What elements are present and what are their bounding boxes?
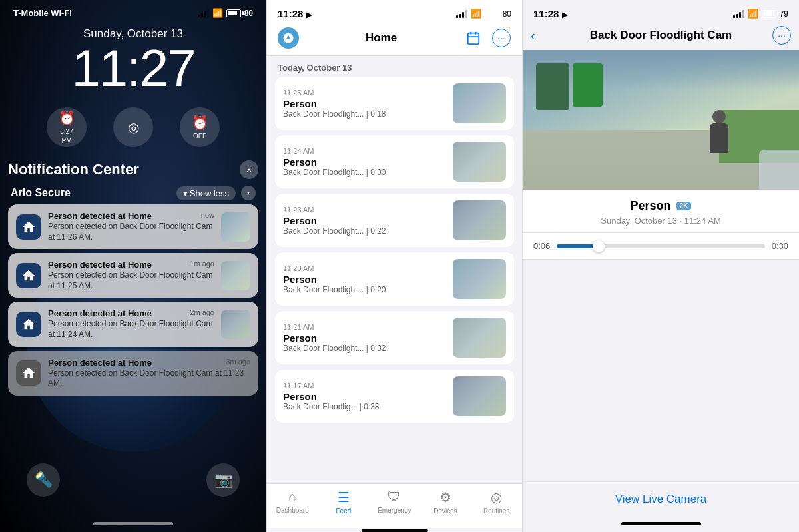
cam-time: 11:28 ▶ bbox=[533, 8, 567, 19]
arlo-app-icon-4 bbox=[16, 360, 41, 386]
view-live-camera-button[interactable]: View Live Camera bbox=[523, 481, 799, 517]
emergency-icon: 🛡 bbox=[388, 489, 401, 505]
feed-item-time-0: 11:25 AM bbox=[283, 89, 446, 97]
cam-more-button[interactable]: ··· bbox=[772, 26, 791, 45]
feed-item-thumb-1 bbox=[453, 142, 506, 182]
nav-devices[interactable]: ⚙ Devices bbox=[420, 489, 471, 515]
arlo-icon bbox=[282, 32, 294, 44]
feed-item-cam-2: Back Door Floodlight... | 0:22 bbox=[283, 226, 446, 236]
feed-status-right: 📶 80 bbox=[456, 9, 511, 19]
back-button[interactable]: ‹ bbox=[531, 28, 549, 43]
home-indicator[interactable] bbox=[93, 522, 173, 525]
feed-item-3[interactable]: 11:23 AM Person Back Door Floodlight... … bbox=[275, 252, 514, 306]
more-options-button[interactable]: ··· bbox=[491, 28, 511, 48]
nav-routines[interactable]: ◎ Routines bbox=[471, 489, 522, 515]
close-icon: × bbox=[246, 164, 252, 175]
alarm-off-button[interactable]: ⏰ OFF bbox=[180, 107, 220, 147]
bin-object-2 bbox=[573, 63, 603, 107]
feed-item-thumb-3 bbox=[453, 259, 506, 299]
lock-status-bar: T-Mobile Wi-Fi 📶 80 bbox=[0, 0, 266, 21]
feed-item-info-3: 11:23 AM Person Back Door Floodlight... … bbox=[283, 264, 446, 294]
cam-video[interactable] bbox=[523, 50, 799, 190]
notif-content-2: Person detected at Home 1m ago Person de… bbox=[48, 260, 214, 291]
feed-item-4[interactable]: 11:21 AM Person Back Door Floodlight... … bbox=[275, 311, 514, 364]
chevron-down-icon: ▾ bbox=[183, 188, 188, 198]
nav-routines-label: Routines bbox=[483, 507, 509, 515]
notif-content-3: Person detected at Home 2m ago Person de… bbox=[48, 308, 214, 340]
cam-battery-icon bbox=[762, 10, 776, 18]
feed-date-header: Today, October 13 bbox=[267, 56, 522, 77]
notif-thumb-3 bbox=[221, 310, 250, 339]
view-live-label[interactable]: View Live Camera bbox=[615, 493, 707, 505]
scrubber-track[interactable] bbox=[557, 244, 764, 248]
feed-item-2[interactable]: 11:23 AM Person Back Door Floodlight... … bbox=[275, 194, 514, 247]
notif-content-4: Person detected at Home 3m ago Person de… bbox=[48, 358, 250, 389]
scrubber-end-time: 0:30 bbox=[772, 241, 788, 251]
nav-feed[interactable]: ☰ Feed bbox=[318, 489, 370, 515]
feed-item-cam-3: Back Door Floodlight... | 0:20 bbox=[283, 285, 446, 294]
lock-bottom-controls: 🔦 📷 bbox=[0, 463, 266, 517]
arlo-logo-icon bbox=[278, 27, 299, 49]
nav-dashboard[interactable]: ⌂ Dashboard bbox=[267, 489, 318, 515]
cam-info-section: Person 2K Sunday, October 13 · 11:24 AM bbox=[523, 190, 799, 233]
scrubber-start-time: 0:06 bbox=[533, 241, 550, 251]
feed-item-type-4: Person bbox=[283, 332, 446, 344]
cam-2k-badge: 2K bbox=[676, 202, 692, 210]
notification-card-4[interactable]: Person detected at Home 3m ago Person de… bbox=[8, 351, 258, 396]
cam-battery-label: 79 bbox=[780, 9, 788, 19]
feed-item-info-2: 11:23 AM Person Back Door Floodlight... … bbox=[283, 206, 446, 236]
devices-icon: ⚙ bbox=[439, 489, 451, 505]
calendar-button[interactable] bbox=[463, 28, 483, 48]
notification-card-2[interactable]: Person detected at Home 1m ago Person de… bbox=[8, 253, 258, 298]
focus-button[interactable]: ◎ bbox=[113, 107, 153, 147]
feed-item-info-0: 11:25 AM Person Back Door Floodlight... … bbox=[283, 89, 446, 119]
person-silhouette bbox=[706, 110, 732, 163]
close-icon: × bbox=[246, 189, 250, 197]
notification-card-3[interactable]: Person detected at Home 2m ago Person de… bbox=[8, 302, 258, 346]
notif-title-2: Person detected at Home bbox=[48, 260, 152, 270]
feed-item-5[interactable]: 11:17 AM Person Back Door Floodlig... | … bbox=[275, 370, 514, 423]
battery-icon bbox=[226, 9, 241, 17]
feed-item-0[interactable]: 11:25 AM Person Back Door Floodlight... … bbox=[275, 77, 514, 130]
more-icon: ··· bbox=[778, 30, 786, 41]
feed-item-thumb-0 bbox=[453, 83, 506, 123]
alarm-button[interactable]: ⏰ 6:27 PM bbox=[47, 107, 87, 147]
home-icon-2 bbox=[21, 268, 36, 283]
notif-body-3: Person detected on Back Door Floodlight … bbox=[48, 319, 214, 340]
alarm-icon: ⏰ bbox=[59, 110, 75, 126]
notif-title-3: Person detected at Home bbox=[48, 308, 152, 318]
notif-group-close-button[interactable]: × bbox=[241, 186, 256, 200]
lock-screen: T-Mobile Wi-Fi 📶 80 Sunday, October 13 1… bbox=[0, 0, 266, 532]
chevron-left-icon: ‹ bbox=[531, 28, 535, 43]
camera-button[interactable]: 📷 bbox=[206, 463, 240, 497]
feed-home-indicator[interactable] bbox=[362, 529, 428, 532]
cam-video-scene bbox=[523, 50, 799, 190]
feed-item-time-3: 11:23 AM bbox=[283, 264, 446, 272]
notif-time-4: 3m ago bbox=[226, 358, 250, 366]
feed-icon: ☰ bbox=[338, 489, 350, 505]
show-less-button[interactable]: ▾ Show less bbox=[176, 186, 236, 200]
scrubber-thumb[interactable] bbox=[593, 240, 605, 252]
notification-center: Notification Center × Arlo Secure ▾ Show… bbox=[8, 160, 258, 399]
status-right: 📶 80 bbox=[198, 8, 253, 18]
more-icon: ··· bbox=[492, 29, 511, 47]
alarm-time: 6:27 bbox=[60, 128, 73, 135]
notif-title-row-4: Person detected at Home 3m ago bbox=[48, 358, 250, 368]
cam-signal-icon bbox=[733, 10, 744, 18]
notif-center-title: Notification Center bbox=[8, 161, 139, 178]
dashboard-icon: ⌂ bbox=[288, 489, 296, 505]
wifi-icon: 📶 bbox=[212, 8, 223, 18]
cam-header: ‹ Back Door Floodlight Cam ··· bbox=[523, 23, 799, 50]
feed-item-1[interactable]: 11:24 AM Person Back Door Floodlight... … bbox=[275, 135, 514, 188]
svg-rect-1 bbox=[468, 33, 479, 44]
feed-item-thumb-2 bbox=[453, 200, 506, 240]
notif-title-row-2: Person detected at Home 1m ago bbox=[48, 260, 214, 270]
flashlight-button[interactable]: 🔦 bbox=[27, 463, 60, 497]
notif-center-close[interactable]: × bbox=[240, 160, 258, 179]
cam-home-indicator[interactable] bbox=[621, 522, 701, 525]
feed-item-cam-4: Back Door Floodlight... | 0:32 bbox=[283, 344, 446, 353]
notification-card-1[interactable]: Person detected at Home now Person detec… bbox=[8, 204, 258, 249]
feed-item-type-3: Person bbox=[283, 274, 446, 285]
nav-devices-label: Devices bbox=[433, 507, 457, 515]
nav-emergency[interactable]: 🛡 Emergency bbox=[369, 489, 420, 515]
